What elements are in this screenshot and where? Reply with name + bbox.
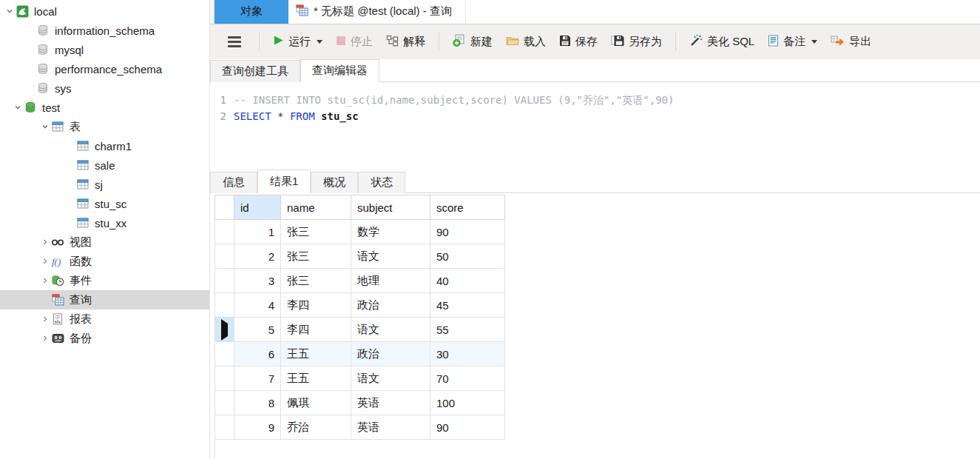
cell-score[interactable]: 55 — [430, 318, 505, 342]
tab-query[interactable]: * 无标题 @test (local) - 查询 — [288, 0, 466, 24]
cell-id[interactable]: 1 — [234, 220, 281, 244]
tab-info[interactable]: 信息 — [210, 172, 257, 193]
current-row-marker[interactable] — [215, 318, 234, 342]
database-icon — [36, 82, 50, 94]
tree-item-test[interactable]: test — [0, 98, 209, 117]
cell-id[interactable]: 4 — [234, 293, 281, 318]
cell-subject[interactable]: 语文 — [351, 318, 430, 342]
tree-item-sale[interactable]: sale — [0, 155, 209, 175]
cell-id[interactable]: 7 — [234, 366, 281, 391]
export-button[interactable]: 导出 — [828, 32, 874, 52]
beautify-sql-button[interactable]: 美化 SQL — [686, 31, 757, 52]
chevron-right-icon[interactable] — [38, 334, 51, 343]
cell-subject[interactable]: 语文 — [351, 366, 430, 391]
tree-item-label: sys — [55, 82, 72, 95]
save-button[interactable]: 保存 — [556, 32, 601, 52]
note-button[interactable]: 备注 — [765, 32, 820, 52]
stop-button[interactable]: 停止 — [333, 32, 376, 52]
menu-button[interactable] — [220, 30, 249, 53]
cell-score[interactable]: 100 — [430, 391, 505, 415]
column-header-subject[interactable]: subject — [351, 195, 430, 220]
row-selector[interactable] — [215, 391, 234, 415]
row-selector[interactable] — [215, 269, 234, 293]
cell-id[interactable]: 9 — [234, 415, 281, 440]
column-header-id[interactable]: id — [234, 195, 281, 220]
cell-id[interactable]: 5 — [234, 318, 281, 342]
tree-item-query[interactable]: 查询 — [0, 290, 209, 309]
row-selector-header[interactable] — [215, 195, 234, 220]
tab-objects[interactable]: 对象 — [214, 0, 288, 24]
cell-subject[interactable]: 政治 — [351, 293, 430, 318]
tree-item-backup[interactable]: 备份 — [0, 329, 209, 348]
row-selector[interactable] — [215, 293, 234, 318]
cell-name[interactable]: 李四 — [281, 318, 351, 342]
cell-score[interactable]: 30 — [430, 342, 505, 366]
tree-item-sj[interactable]: sj — [0, 175, 209, 194]
tree-item-local[interactable]: local — [0, 1, 209, 21]
cell-score[interactable]: 45 — [430, 293, 505, 318]
tree-item-tables[interactable]: 表 — [0, 117, 209, 136]
save-as-button[interactable]: 另存为 — [608, 32, 665, 52]
cell-name[interactable]: 张三 — [281, 220, 351, 244]
cell-name[interactable]: 王五 — [281, 342, 351, 366]
cell-subject[interactable]: 地理 — [351, 269, 430, 293]
chevron-down-icon[interactable] — [3, 7, 16, 16]
row-selector[interactable] — [215, 220, 234, 244]
tab-status[interactable]: 状态 — [358, 172, 405, 193]
cell-name[interactable]: 佩琪 — [281, 391, 351, 415]
tab-query-builder[interactable]: 查询创建工具 — [210, 60, 300, 82]
tree-item-information-schema[interactable]: information_schema — [0, 21, 209, 40]
database-icon — [36, 63, 50, 75]
run-button[interactable]: 运行 — [270, 32, 325, 52]
cell-score[interactable]: 50 — [430, 244, 505, 269]
cell-score[interactable]: 90 — [430, 415, 505, 440]
tab-result1[interactable]: 结果1 — [257, 170, 311, 193]
column-header-name[interactable]: name — [281, 195, 351, 220]
tree-item-performance-schema[interactable]: performance_schema — [0, 59, 209, 78]
new-query-button[interactable]: 新建 — [450, 31, 496, 52]
row-selector[interactable] — [215, 342, 234, 366]
cell-score[interactable]: 90 — [430, 220, 505, 244]
cell-subject[interactable]: 语文 — [351, 244, 430, 269]
tree-item-reports[interactable]: 报表 — [0, 309, 209, 329]
cell-name[interactable]: 王五 — [281, 366, 351, 391]
tree-item-functions[interactable]: f() 函数 — [0, 252, 209, 271]
chevron-down-icon[interactable] — [38, 122, 51, 131]
chevron-right-icon[interactable] — [38, 257, 51, 266]
cell-subject[interactable]: 英语 — [351, 391, 430, 415]
cell-id[interactable]: 8 — [234, 391, 281, 415]
cell-id[interactable]: 6 — [234, 342, 281, 366]
tab-overview[interactable]: 概况 — [311, 172, 358, 193]
sql-editor[interactable]: 1 -- INSERT INTO stu_sc(id,name,subject,… — [210, 82, 980, 170]
row-selector[interactable] — [215, 415, 234, 440]
cell-subject[interactable]: 英语 — [351, 415, 430, 440]
chevron-down-icon — [811, 40, 817, 44]
chevron-right-icon[interactable] — [38, 315, 51, 324]
cell-name[interactable]: 张三 — [281, 244, 351, 269]
cell-subject[interactable]: 政治 — [351, 342, 430, 366]
cell-name[interactable]: 张三 — [281, 269, 351, 293]
cell-id[interactable]: 3 — [234, 269, 281, 293]
row-selector[interactable] — [215, 366, 234, 391]
tree-item-mysql[interactable]: mysql — [0, 40, 209, 59]
tree-item-charm1[interactable]: charm1 — [0, 136, 209, 155]
cell-score[interactable]: 40 — [430, 269, 505, 293]
tree-item-views[interactable]: 视图 — [0, 232, 209, 252]
column-header-score[interactable]: score — [430, 195, 505, 220]
tree-item-events[interactable]: 事件 — [0, 271, 209, 290]
cell-name[interactable]: 乔治 — [281, 415, 351, 440]
tree-item-stu-sc[interactable]: stu_sc — [0, 194, 209, 213]
cell-score[interactable]: 70 — [430, 366, 505, 391]
tree-item-sys[interactable]: sys — [0, 78, 209, 98]
cell-subject[interactable]: 数学 — [351, 220, 430, 244]
chevron-right-icon[interactable] — [38, 276, 51, 285]
chevron-right-icon[interactable] — [38, 238, 51, 247]
chevron-down-icon[interactable] — [11, 103, 24, 112]
row-selector[interactable] — [215, 244, 234, 269]
explain-button[interactable]: 解释 — [383, 32, 428, 52]
cell-id[interactable]: 2 — [234, 244, 281, 269]
tab-query-editor[interactable]: 查询编辑器 — [300, 59, 379, 82]
tree-item-stu-xx[interactable]: stu_xx — [0, 213, 209, 232]
cell-name[interactable]: 李四 — [281, 293, 351, 318]
load-button[interactable]: 载入 — [503, 32, 549, 52]
